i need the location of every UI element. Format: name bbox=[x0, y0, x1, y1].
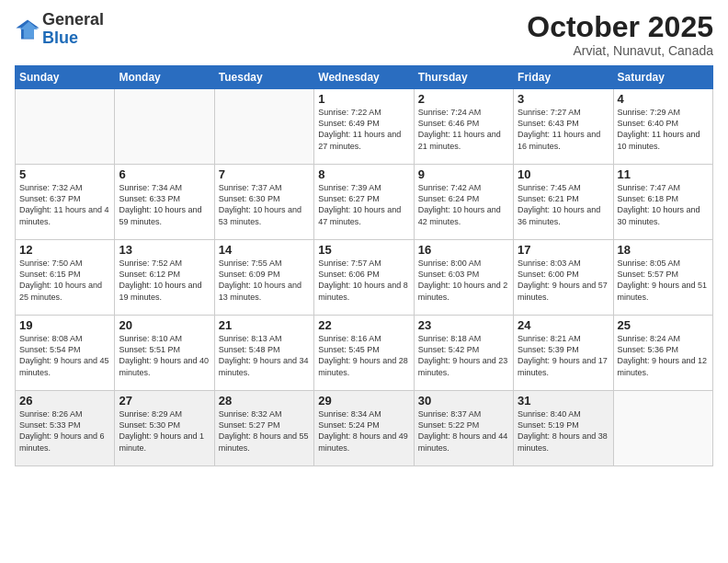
table-row: 1Sunrise: 7:22 AM Sunset: 6:49 PM Daylig… bbox=[314, 89, 414, 165]
day-number: 28 bbox=[219, 394, 310, 408]
col-sunday: Sunday bbox=[16, 66, 115, 89]
table-row: 18Sunrise: 8:05 AM Sunset: 5:57 PM Dayli… bbox=[613, 240, 712, 316]
day-info: Sunrise: 7:42 AM Sunset: 6:24 PM Dayligh… bbox=[418, 182, 509, 227]
table-row: 25Sunrise: 8:24 AM Sunset: 5:36 PM Dayli… bbox=[613, 316, 712, 391]
day-number: 12 bbox=[19, 243, 110, 257]
day-number: 3 bbox=[518, 92, 609, 106]
logo-text: General Blue bbox=[42, 11, 104, 48]
day-number: 17 bbox=[518, 243, 609, 257]
day-info: Sunrise: 7:45 AM Sunset: 6:21 PM Dayligh… bbox=[518, 182, 609, 227]
day-number: 7 bbox=[219, 167, 310, 181]
day-info: Sunrise: 7:24 AM Sunset: 6:46 PM Dayligh… bbox=[418, 107, 509, 152]
day-number: 23 bbox=[418, 318, 509, 332]
day-number: 15 bbox=[318, 243, 409, 257]
table-row: 11Sunrise: 7:47 AM Sunset: 6:18 PM Dayli… bbox=[613, 165, 712, 240]
calendar-week-5: 26Sunrise: 8:26 AM Sunset: 5:33 PM Dayli… bbox=[16, 391, 713, 466]
table-row: 22Sunrise: 8:16 AM Sunset: 5:45 PM Dayli… bbox=[314, 316, 414, 391]
table-row: 12Sunrise: 7:50 AM Sunset: 6:15 PM Dayli… bbox=[16, 240, 115, 316]
col-monday: Monday bbox=[115, 66, 214, 89]
day-info: Sunrise: 7:55 AM Sunset: 6:09 PM Dayligh… bbox=[219, 258, 310, 303]
day-info: Sunrise: 7:47 AM Sunset: 6:18 PM Dayligh… bbox=[618, 182, 709, 227]
logo-general-text: General bbox=[42, 11, 104, 29]
day-number: 20 bbox=[119, 318, 210, 332]
calendar-week-4: 19Sunrise: 8:08 AM Sunset: 5:54 PM Dayli… bbox=[16, 316, 713, 391]
table-row: 30Sunrise: 8:37 AM Sunset: 5:22 PM Dayli… bbox=[414, 391, 513, 466]
table-row: 21Sunrise: 8:13 AM Sunset: 5:48 PM Dayli… bbox=[214, 316, 313, 391]
col-thursday: Thursday bbox=[414, 66, 513, 89]
day-info: Sunrise: 7:32 AM Sunset: 6:37 PM Dayligh… bbox=[19, 182, 110, 227]
table-row: 26Sunrise: 8:26 AM Sunset: 5:33 PM Dayli… bbox=[16, 391, 115, 466]
day-info: Sunrise: 7:50 AM Sunset: 6:15 PM Dayligh… bbox=[19, 258, 110, 303]
day-number: 6 bbox=[119, 167, 210, 181]
table-row: 29Sunrise: 8:34 AM Sunset: 5:24 PM Dayli… bbox=[314, 391, 414, 466]
table-row: 31Sunrise: 8:40 AM Sunset: 5:19 PM Dayli… bbox=[514, 391, 613, 466]
col-friday: Friday bbox=[514, 66, 613, 89]
calendar-week-2: 5Sunrise: 7:32 AM Sunset: 6:37 PM Daylig… bbox=[16, 165, 713, 240]
table-row: 28Sunrise: 8:32 AM Sunset: 5:27 PM Dayli… bbox=[214, 391, 313, 466]
col-tuesday: Tuesday bbox=[214, 66, 313, 89]
day-info: Sunrise: 8:21 AM Sunset: 5:39 PM Dayligh… bbox=[518, 333, 609, 378]
day-number: 1 bbox=[318, 92, 409, 106]
table-row: 7Sunrise: 7:37 AM Sunset: 6:30 PM Daylig… bbox=[214, 165, 313, 240]
table-row bbox=[613, 391, 712, 466]
day-number: 13 bbox=[119, 243, 210, 257]
day-info: Sunrise: 8:34 AM Sunset: 5:24 PM Dayligh… bbox=[318, 408, 409, 454]
day-info: Sunrise: 8:18 AM Sunset: 5:42 PM Dayligh… bbox=[418, 333, 509, 378]
table-row: 4Sunrise: 7:29 AM Sunset: 6:40 PM Daylig… bbox=[613, 89, 712, 165]
logo-icon bbox=[15, 17, 40, 42]
table-row: 27Sunrise: 8:29 AM Sunset: 5:30 PM Dayli… bbox=[115, 391, 214, 466]
day-info: Sunrise: 7:29 AM Sunset: 6:40 PM Dayligh… bbox=[618, 107, 709, 152]
table-row: 8Sunrise: 7:39 AM Sunset: 6:27 PM Daylig… bbox=[314, 165, 414, 240]
page: General Blue October 2025 Arviat, Nunavu… bbox=[0, 0, 728, 563]
day-number: 24 bbox=[518, 318, 609, 332]
header: General Blue October 2025 Arviat, Nunavu… bbox=[15, 11, 713, 58]
col-saturday: Saturday bbox=[613, 66, 712, 89]
day-number: 30 bbox=[418, 394, 509, 408]
day-info: Sunrise: 7:34 AM Sunset: 6:33 PM Dayligh… bbox=[119, 182, 210, 227]
day-info: Sunrise: 8:05 AM Sunset: 5:57 PM Dayligh… bbox=[618, 258, 709, 303]
day-info: Sunrise: 8:08 AM Sunset: 5:54 PM Dayligh… bbox=[19, 333, 110, 378]
day-number: 5 bbox=[19, 167, 110, 181]
table-row: 6Sunrise: 7:34 AM Sunset: 6:33 PM Daylig… bbox=[115, 165, 214, 240]
day-info: Sunrise: 8:40 AM Sunset: 5:19 PM Dayligh… bbox=[518, 408, 609, 454]
day-info: Sunrise: 8:26 AM Sunset: 5:33 PM Dayligh… bbox=[19, 408, 110, 454]
table-row: 16Sunrise: 8:00 AM Sunset: 6:03 PM Dayli… bbox=[414, 240, 513, 316]
day-number: 18 bbox=[618, 243, 709, 257]
table-row: 17Sunrise: 8:03 AM Sunset: 6:00 PM Dayli… bbox=[514, 240, 613, 316]
day-number: 21 bbox=[219, 318, 310, 332]
table-row bbox=[115, 89, 214, 165]
table-row: 19Sunrise: 8:08 AM Sunset: 5:54 PM Dayli… bbox=[16, 316, 115, 391]
day-number: 26 bbox=[19, 394, 110, 408]
table-row: 14Sunrise: 7:55 AM Sunset: 6:09 PM Dayli… bbox=[214, 240, 313, 316]
day-number: 16 bbox=[418, 243, 509, 257]
title-block: October 2025 Arviat, Nunavut, Canada bbox=[527, 11, 713, 58]
day-info: Sunrise: 8:13 AM Sunset: 5:48 PM Dayligh… bbox=[219, 333, 310, 378]
day-number: 9 bbox=[418, 167, 509, 181]
table-row: 20Sunrise: 8:10 AM Sunset: 5:51 PM Dayli… bbox=[115, 316, 214, 391]
day-number: 22 bbox=[318, 318, 409, 332]
day-info: Sunrise: 7:37 AM Sunset: 6:30 PM Dayligh… bbox=[219, 182, 310, 227]
day-number: 31 bbox=[518, 394, 609, 408]
month-title: October 2025 bbox=[527, 11, 713, 43]
table-row: 2Sunrise: 7:24 AM Sunset: 6:46 PM Daylig… bbox=[414, 89, 513, 165]
calendar-week-1: 1Sunrise: 7:22 AM Sunset: 6:49 PM Daylig… bbox=[16, 89, 713, 165]
day-info: Sunrise: 7:52 AM Sunset: 6:12 PM Dayligh… bbox=[119, 258, 210, 303]
day-info: Sunrise: 8:24 AM Sunset: 5:36 PM Dayligh… bbox=[618, 333, 709, 378]
logo-blue-text: Blue bbox=[42, 29, 104, 48]
day-info: Sunrise: 8:00 AM Sunset: 6:03 PM Dayligh… bbox=[418, 258, 509, 303]
table-row: 23Sunrise: 8:18 AM Sunset: 5:42 PM Dayli… bbox=[414, 316, 513, 391]
table-row: 13Sunrise: 7:52 AM Sunset: 6:12 PM Dayli… bbox=[115, 240, 214, 316]
day-info: Sunrise: 8:32 AM Sunset: 5:27 PM Dayligh… bbox=[219, 408, 310, 454]
day-number: 29 bbox=[318, 394, 409, 408]
day-info: Sunrise: 8:10 AM Sunset: 5:51 PM Dayligh… bbox=[119, 333, 210, 378]
calendar-week-3: 12Sunrise: 7:50 AM Sunset: 6:15 PM Dayli… bbox=[16, 240, 713, 316]
table-row bbox=[214, 89, 313, 165]
logo: General Blue bbox=[15, 11, 104, 48]
calendar-table: Sunday Monday Tuesday Wednesday Thursday… bbox=[15, 65, 713, 466]
table-row: 9Sunrise: 7:42 AM Sunset: 6:24 PM Daylig… bbox=[414, 165, 513, 240]
day-number: 2 bbox=[418, 92, 509, 106]
day-number: 4 bbox=[618, 92, 709, 106]
calendar-header-row: Sunday Monday Tuesday Wednesday Thursday… bbox=[16, 66, 713, 89]
day-number: 14 bbox=[219, 243, 310, 257]
table-row bbox=[16, 89, 115, 165]
